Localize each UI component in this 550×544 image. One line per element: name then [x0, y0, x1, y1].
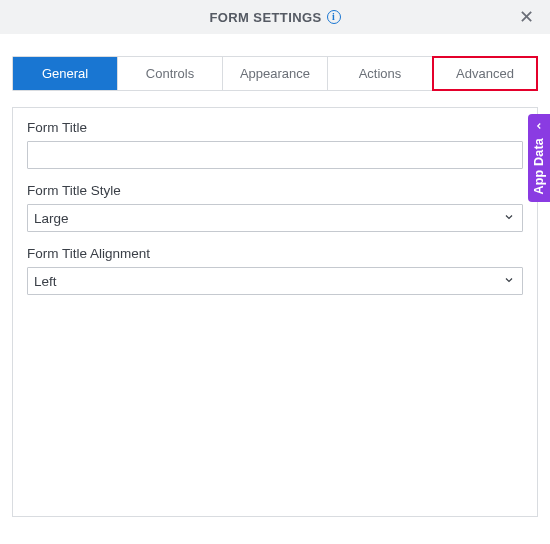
field-form-title: Form Title [27, 120, 523, 169]
tab-controls[interactable]: Controls [118, 57, 223, 90]
tab-advanced[interactable]: Advanced [433, 57, 537, 90]
field-form-title-style: Form Title Style Large [27, 183, 523, 232]
tabs: General Controls Appearance Actions Adva… [12, 56, 538, 91]
dialog-title-group: FORM SETTINGS i [209, 10, 340, 25]
form-title-style-label: Form Title Style [27, 183, 523, 198]
tab-general[interactable]: General [13, 57, 118, 90]
close-icon: ✕ [519, 6, 534, 28]
form-title-style-select-wrap: Large [27, 204, 523, 232]
form-title-input[interactable] [27, 141, 523, 169]
form-title-style-select[interactable]: Large [27, 204, 523, 232]
app-data-side-label: App Data [532, 138, 546, 194]
chevron-left-icon [534, 120, 544, 134]
form-title-alignment-select[interactable]: Left [27, 267, 523, 295]
close-button[interactable]: ✕ [512, 0, 540, 34]
form-title-label: Form Title [27, 120, 523, 135]
form-title-alignment-select-wrap: Left [27, 267, 523, 295]
form-title-alignment-label: Form Title Alignment [27, 246, 523, 261]
dialog-title: FORM SETTINGS [209, 10, 321, 25]
app-data-side-tab[interactable]: App Data [528, 114, 550, 202]
field-form-title-alignment: Form Title Alignment Left [27, 246, 523, 295]
dialog-header: FORM SETTINGS i ✕ [0, 0, 550, 34]
form-content: Form Title Form Title Style Large Form T… [12, 107, 538, 517]
info-icon[interactable]: i [327, 10, 341, 24]
tab-appearance[interactable]: Appearance [223, 57, 328, 90]
tab-bar: General Controls Appearance Actions Adva… [0, 34, 550, 91]
tab-actions[interactable]: Actions [328, 57, 433, 90]
